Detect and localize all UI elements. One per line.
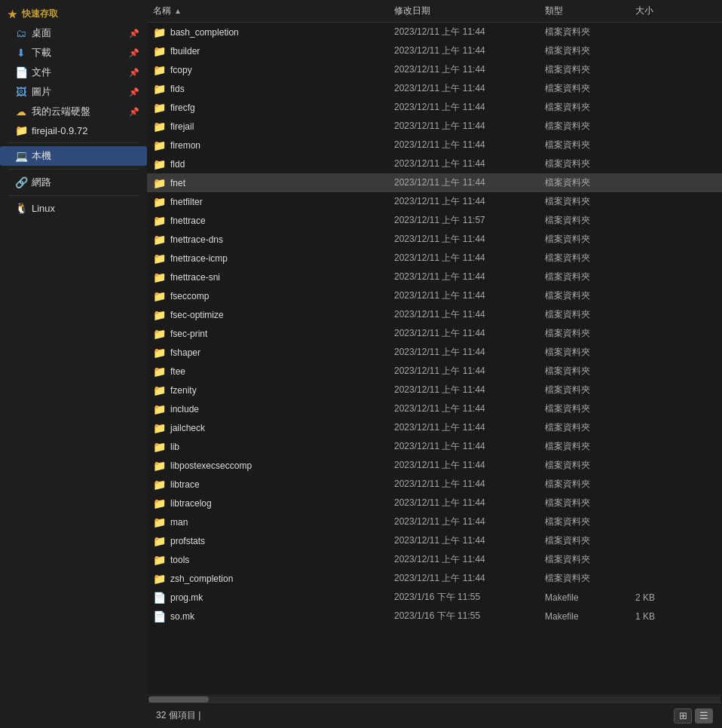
- table-row[interactable]: 📁 fnettrace-dns 2023/12/11 上午 11:44 檔案資料…: [147, 230, 722, 249]
- file-type-cell: 檔案資料夾: [539, 533, 629, 549]
- type-col-label: 類型: [545, 5, 563, 16]
- sidebar-divider: [8, 142, 139, 143]
- table-row[interactable]: 📁 libtracelog 2023/12/11 上午 11:44 檔案資料夾: [147, 494, 722, 512]
- table-row[interactable]: 📁 firejail 2023/12/11 上午 11:44 檔案資料夾: [147, 117, 722, 136]
- quickaccess-section: ★ 快速存取: [0, 3, 147, 23]
- file-size-cell: [629, 421, 690, 435]
- file-name-cell: 📄 so.mk: [147, 609, 388, 624]
- file-name-cell: 📁 bash_completion: [147, 25, 388, 40]
- table-row[interactable]: 📁 libpostexecseccomp 2023/12/11 上午 11:44…: [147, 456, 722, 475]
- table-row[interactable]: 📁 fnettrace-sni 2023/12/11 上午 11:44 檔案資料…: [147, 268, 722, 286]
- col-header-type[interactable]: 類型: [539, 3, 629, 19]
- sidebar-item-cloudrive[interactable]: ☁ 我的云端硬盤 📌: [0, 102, 147, 121]
- bottom-bar: 32 個項目 | ⊞ ☰: [147, 702, 722, 728]
- table-row[interactable]: 📁 fseccomp 2023/12/11 上午 11:44 檔案資料夾: [147, 286, 722, 305]
- folder-icon: 📁: [153, 271, 166, 283]
- table-row[interactable]: 📁 fldd 2023/12/11 上午 11:44 檔案資料夾: [147, 154, 722, 173]
- pin-icon: 📌: [129, 107, 139, 117]
- file-type-text: 檔案資料夾: [545, 158, 590, 169]
- file-name-text: fzenity: [170, 385, 197, 396]
- table-row[interactable]: 📁 man 2023/12/11 上午 11:44 檔案資料夾: [147, 512, 722, 531]
- file-date-cell: 2023/12/11 上午 11:44: [388, 514, 539, 530]
- detail-view-button[interactable]: ⊞: [674, 708, 692, 723]
- file-name-text: libpostexecseccomp: [170, 460, 252, 471]
- sidebar-item-desktop[interactable]: 🗂 桌面 📌: [0, 23, 147, 43]
- file-size-text: [635, 272, 641, 283]
- file-icon: 📄: [153, 592, 166, 604]
- file-name-text: fnettrace-icmp: [170, 253, 228, 264]
- table-row[interactable]: 📁 fnettrace-icmp 2023/12/11 上午 11:44 檔案資…: [147, 249, 722, 268]
- file-size-text: [635, 102, 641, 113]
- file-size-text: [635, 65, 641, 75]
- sidebar-item-linux[interactable]: 🐧 Linux: [0, 199, 147, 217]
- table-row[interactable]: 📁 fsec-optimize 2023/12/11 上午 11:44 檔案資料…: [147, 305, 722, 324]
- file-date-text: 2023/12/11 上午 11:44: [394, 252, 485, 263]
- list-view-icon: ☰: [699, 710, 708, 721]
- sidebar-item-documents[interactable]: 📄 文件 📌: [0, 63, 147, 82]
- sidebar-item-network[interactable]: 🔗 網路: [0, 173, 147, 192]
- table-row[interactable]: 📁 lib 2023/12/11 上午 11:44 檔案資料夾: [147, 437, 722, 456]
- list-view-button[interactable]: ☰: [695, 708, 713, 723]
- col-header-name[interactable]: 名稱 ▲: [147, 3, 388, 19]
- table-row[interactable]: 📁 zsh_completion 2023/12/11 上午 11:44 檔案資…: [147, 569, 722, 588]
- file-name-text: fbuilder: [170, 46, 200, 57]
- table-row[interactable]: 📁 fzenity 2023/12/11 上午 11:44 檔案資料夾: [147, 381, 722, 399]
- col-header-date[interactable]: 修改日期: [388, 3, 539, 19]
- file-date-cell: 2023/12/11 上午 11:44: [388, 175, 539, 191]
- file-date-text: 2023/12/11 上午 11:44: [394, 83, 485, 93]
- file-type-text: 檔案資料夾: [545, 102, 590, 112]
- table-row[interactable]: 📄 prog.mk 2023/1/16 下午 11:55 Makefile 2 …: [147, 588, 722, 607]
- table-row[interactable]: 📄 so.mk 2023/1/16 下午 11:55 Makefile 1 KB: [147, 607, 722, 626]
- sidebar-item-pictures[interactable]: 🖼 圖片 📌: [0, 82, 147, 102]
- table-row[interactable]: 📁 fshaper 2023/12/11 上午 11:44 檔案資料夾: [147, 343, 722, 362]
- horizontal-scrollbar[interactable]: [147, 695, 722, 702]
- table-row[interactable]: 📁 fcopy 2023/12/11 上午 11:44 檔案資料夾: [147, 60, 722, 79]
- sidebar-item-firejail[interactable]: 📁 firejail-0.9.72: [0, 121, 147, 139]
- file-size-text: [635, 159, 641, 170]
- file-name-text: fnettrace-sni: [170, 272, 220, 283]
- file-name-cell: 📁 profstats: [147, 534, 388, 549]
- table-row[interactable]: 📁 fnettrace 2023/12/11 上午 11:57 檔案資料夾: [147, 211, 722, 230]
- file-type-cell: 檔案資料夾: [539, 24, 629, 40]
- file-size-cell: [629, 440, 690, 454]
- table-row[interactable]: 📁 fids 2023/12/11 上午 11:44 檔案資料夾: [147, 79, 722, 98]
- sidebar-item-downloads[interactable]: ⬇ 下載 📌: [0, 43, 147, 63]
- col-header-size[interactable]: 大小: [629, 3, 690, 19]
- sidebar-item-label: 桌面: [32, 26, 124, 40]
- table-row[interactable]: 📁 firemon 2023/12/11 上午 11:44 檔案資料夾: [147, 136, 722, 154]
- file-name-text: so.mk: [170, 611, 194, 622]
- table-row[interactable]: 📁 fbuilder 2023/12/11 上午 11:44 檔案資料夾: [147, 41, 722, 60]
- folder-icon: 🗂: [15, 27, 27, 39]
- file-size-text: [635, 442, 641, 452]
- table-row[interactable]: 📁 fnetfilter 2023/12/11 上午 11:44 檔案資料夾: [147, 192, 722, 211]
- table-row[interactable]: 📁 ftee 2023/12/11 上午 11:44 檔案資料夾: [147, 362, 722, 381]
- table-row[interactable]: 📁 jailcheck 2023/12/11 上午 11:44 檔案資料夾: [147, 418, 722, 437]
- file-name-cell: 📁 fshaper: [147, 345, 388, 360]
- file-type-text: 檔案資料夾: [545, 479, 590, 489]
- table-row[interactable]: 📁 fnet 2023/12/11 上午 11:44 檔案資料夾: [147, 173, 722, 192]
- sidebar-divider-3: [8, 195, 139, 196]
- folder-icon: 📁: [153, 290, 166, 302]
- file-type-text: 檔案資料夾: [545, 234, 590, 244]
- file-date-text: 2023/12/11 上午 11:44: [394, 441, 485, 451]
- table-row[interactable]: 📁 fsec-print 2023/12/11 上午 11:44 檔案資料夾: [147, 324, 722, 343]
- file-name-text: fids: [170, 84, 185, 94]
- table-row[interactable]: 📁 firecfg 2023/12/11 上午 11:44 檔案資料夾: [147, 98, 722, 117]
- file-type-cell: 檔案資料夾: [539, 175, 629, 191]
- file-type-text: 檔案資料夾: [545, 26, 590, 37]
- file-name-text: libtracelog: [170, 498, 212, 509]
- file-size-cell: [629, 101, 690, 115]
- file-size-cell: [629, 346, 690, 359]
- table-row[interactable]: 📁 libtrace 2023/12/11 上午 11:44 檔案資料夾: [147, 475, 722, 494]
- table-row[interactable]: 📁 tools 2023/12/11 上午 11:44 檔案資料夾: [147, 550, 722, 569]
- pin-icon: 📌: [129, 29, 139, 38]
- table-row[interactable]: 📁 profstats 2023/12/11 上午 11:44 檔案資料夾: [147, 531, 722, 550]
- sidebar: ★ 快速存取 🗂 桌面 📌 ⬇ 下載 📌 📄 文件 📌 🖼 圖片 📌 ☁ 我的云…: [0, 0, 147, 728]
- file-type-cell: 檔案資料夾: [539, 118, 629, 134]
- file-name-cell: 📁 zsh_completion: [147, 571, 388, 586]
- scrollbar-track: [148, 696, 720, 702]
- file-size-cell: [629, 402, 690, 416]
- table-row[interactable]: 📁 bash_completion 2023/12/11 上午 11:44 檔案…: [147, 23, 722, 41]
- sidebar-item-thispc[interactable]: 💻 本機: [0, 146, 147, 166]
- table-row[interactable]: 📁 include 2023/12/11 上午 11:44 檔案資料夾: [147, 399, 722, 418]
